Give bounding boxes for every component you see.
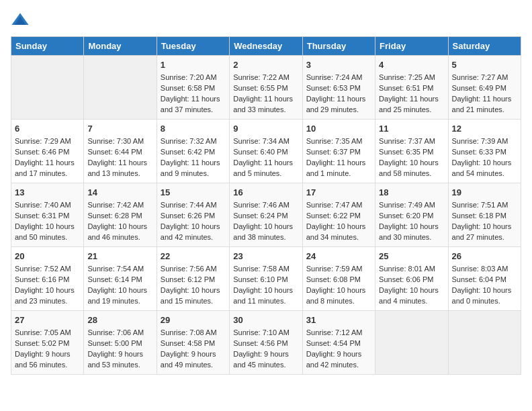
cell-day-number: 13 xyxy=(15,187,80,199)
cell-day-number: 2 xyxy=(233,59,298,71)
calendar-cell: 11Sunrise: 7:37 AM Sunset: 6:35 PM Dayli… xyxy=(375,119,448,183)
cell-info: Sunrise: 7:49 AM Sunset: 6:20 PM Dayligh… xyxy=(379,200,444,243)
calendar-cell: 7Sunrise: 7:30 AM Sunset: 6:44 PM Daylig… xyxy=(84,119,157,183)
cell-day-number: 4 xyxy=(379,59,444,71)
calendar-cell: 28Sunrise: 7:06 AM Sunset: 5:00 PM Dayli… xyxy=(84,310,157,374)
logo-icon xyxy=(11,11,30,30)
cell-info: Sunrise: 7:10 AM Sunset: 4:56 PM Dayligh… xyxy=(233,328,298,371)
cell-info: Sunrise: 7:39 AM Sunset: 6:33 PM Dayligh… xyxy=(452,136,517,179)
cell-day-number: 3 xyxy=(306,59,371,71)
cell-info: Sunrise: 7:25 AM Sunset: 6:51 PM Dayligh… xyxy=(379,73,444,116)
week-row-2: 6Sunrise: 7:29 AM Sunset: 6:46 PM Daylig… xyxy=(11,119,521,183)
cell-info: Sunrise: 7:37 AM Sunset: 6:35 PM Dayligh… xyxy=(379,136,444,179)
cell-info: Sunrise: 7:05 AM Sunset: 5:02 PM Dayligh… xyxy=(15,328,80,371)
week-row-4: 20Sunrise: 7:52 AM Sunset: 6:16 PM Dayli… xyxy=(11,246,521,310)
calendar-cell: 2Sunrise: 7:22 AM Sunset: 6:55 PM Daylig… xyxy=(230,56,302,120)
cell-day-number: 24 xyxy=(306,250,371,263)
calendar-cell: 16Sunrise: 7:46 AM Sunset: 6:24 PM Dayli… xyxy=(230,183,302,246)
cell-day-number: 21 xyxy=(87,250,152,263)
cell-day-number: 27 xyxy=(15,314,80,326)
cell-info: Sunrise: 7:44 AM Sunset: 6:26 PM Dayligh… xyxy=(161,200,226,243)
cell-info: Sunrise: 7:47 AM Sunset: 6:22 PM Dayligh… xyxy=(306,200,371,243)
cell-day-number: 23 xyxy=(233,250,298,263)
cell-info: Sunrise: 7:12 AM Sunset: 4:54 PM Dayligh… xyxy=(306,328,371,371)
cell-info: Sunrise: 7:22 AM Sunset: 6:55 PM Dayligh… xyxy=(233,73,298,116)
day-header-saturday: Saturday xyxy=(448,37,521,56)
cell-info: Sunrise: 7:27 AM Sunset: 6:49 PM Dayligh… xyxy=(452,73,517,116)
calendar-cell: 25Sunrise: 8:01 AM Sunset: 6:06 PM Dayli… xyxy=(375,246,448,310)
calendar-cell xyxy=(375,310,448,374)
calendar-cell: 12Sunrise: 7:39 AM Sunset: 6:33 PM Dayli… xyxy=(448,119,521,183)
calendar-cell: 22Sunrise: 7:56 AM Sunset: 6:12 PM Dayli… xyxy=(157,246,229,310)
cell-day-number: 12 xyxy=(452,123,517,135)
cell-info: Sunrise: 7:46 AM Sunset: 6:24 PM Dayligh… xyxy=(233,200,298,243)
cell-day-number: 31 xyxy=(306,314,371,326)
calendar-cell: 18Sunrise: 7:49 AM Sunset: 6:20 PM Dayli… xyxy=(375,183,448,246)
calendar-cell: 27Sunrise: 7:05 AM Sunset: 5:02 PM Dayli… xyxy=(11,310,84,374)
calendar-cell xyxy=(84,56,157,120)
cell-info: Sunrise: 7:35 AM Sunset: 6:37 PM Dayligh… xyxy=(306,136,371,179)
day-header-friday: Friday xyxy=(375,37,448,56)
cell-info: Sunrise: 7:24 AM Sunset: 6:53 PM Dayligh… xyxy=(306,73,371,116)
cell-info: Sunrise: 7:56 AM Sunset: 6:12 PM Dayligh… xyxy=(161,264,226,307)
calendar-cell: 23Sunrise: 7:58 AM Sunset: 6:10 PM Dayli… xyxy=(230,246,302,310)
calendar-cell: 20Sunrise: 7:52 AM Sunset: 6:16 PM Dayli… xyxy=(11,246,84,310)
header xyxy=(11,11,521,30)
cell-day-number: 11 xyxy=(379,123,444,135)
week-row-3: 13Sunrise: 7:40 AM Sunset: 6:31 PM Dayli… xyxy=(11,183,521,246)
cell-info: Sunrise: 7:20 AM Sunset: 6:58 PM Dayligh… xyxy=(161,73,226,116)
calendar-cell: 9Sunrise: 7:34 AM Sunset: 6:40 PM Daylig… xyxy=(230,119,302,183)
calendar-cell: 3Sunrise: 7:24 AM Sunset: 6:53 PM Daylig… xyxy=(302,56,375,120)
cell-day-number: 29 xyxy=(161,314,226,326)
cell-day-number: 7 xyxy=(87,123,152,135)
calendar-cell: 15Sunrise: 7:44 AM Sunset: 6:26 PM Dayli… xyxy=(157,183,229,246)
day-header-sunday: Sunday xyxy=(11,37,84,56)
calendar-cell: 19Sunrise: 7:51 AM Sunset: 6:18 PM Dayli… xyxy=(448,183,521,246)
calendar-cell: 26Sunrise: 8:03 AM Sunset: 6:04 PM Dayli… xyxy=(448,246,521,310)
day-header-thursday: Thursday xyxy=(302,37,375,56)
calendar-cell: 21Sunrise: 7:54 AM Sunset: 6:14 PM Dayli… xyxy=(84,246,157,310)
calendar-cell xyxy=(11,56,84,120)
cell-day-number: 28 xyxy=(87,314,152,326)
cell-info: Sunrise: 7:42 AM Sunset: 6:28 PM Dayligh… xyxy=(87,200,152,243)
cell-info: Sunrise: 8:03 AM Sunset: 6:04 PM Dayligh… xyxy=(452,264,517,307)
cell-day-number: 26 xyxy=(452,250,517,263)
logo xyxy=(11,11,32,30)
calendar-cell: 24Sunrise: 7:59 AM Sunset: 6:08 PM Dayli… xyxy=(302,246,375,310)
cell-day-number: 16 xyxy=(233,187,298,199)
cell-day-number: 15 xyxy=(161,187,226,199)
calendar-cell: 14Sunrise: 7:42 AM Sunset: 6:28 PM Dayli… xyxy=(84,183,157,246)
day-header-tuesday: Tuesday xyxy=(157,37,229,56)
cell-info: Sunrise: 7:32 AM Sunset: 6:42 PM Dayligh… xyxy=(161,136,226,179)
cell-info: Sunrise: 7:08 AM Sunset: 4:58 PM Dayligh… xyxy=(161,328,226,371)
cell-info: Sunrise: 7:06 AM Sunset: 5:00 PM Dayligh… xyxy=(87,328,152,371)
cell-day-number: 22 xyxy=(161,250,226,263)
calendar-cell: 30Sunrise: 7:10 AM Sunset: 4:56 PM Dayli… xyxy=(230,310,302,374)
cell-day-number: 5 xyxy=(452,59,517,71)
calendar-cell: 17Sunrise: 7:47 AM Sunset: 6:22 PM Dayli… xyxy=(302,183,375,246)
day-header-wednesday: Wednesday xyxy=(230,37,302,56)
calendar-cell: 5Sunrise: 7:27 AM Sunset: 6:49 PM Daylig… xyxy=(448,56,521,120)
cell-info: Sunrise: 7:51 AM Sunset: 6:18 PM Dayligh… xyxy=(452,200,517,243)
cell-day-number: 19 xyxy=(452,187,517,199)
cell-info: Sunrise: 8:01 AM Sunset: 6:06 PM Dayligh… xyxy=(379,264,444,307)
cell-info: Sunrise: 7:34 AM Sunset: 6:40 PM Dayligh… xyxy=(233,136,298,179)
cell-day-number: 8 xyxy=(161,123,226,135)
cell-day-number: 6 xyxy=(15,123,80,135)
calendar-cell: 1Sunrise: 7:20 AM Sunset: 6:58 PM Daylig… xyxy=(157,56,229,120)
cell-day-number: 9 xyxy=(233,123,298,135)
cell-day-number: 17 xyxy=(306,187,371,199)
calendar-cell: 4Sunrise: 7:25 AM Sunset: 6:51 PM Daylig… xyxy=(375,56,448,120)
calendar-cell: 8Sunrise: 7:32 AM Sunset: 6:42 PM Daylig… xyxy=(157,119,229,183)
calendar-table: SundayMondayTuesdayWednesdayThursdayFrid… xyxy=(11,36,521,375)
calendar-cell: 6Sunrise: 7:29 AM Sunset: 6:46 PM Daylig… xyxy=(11,119,84,183)
calendar-cell: 10Sunrise: 7:35 AM Sunset: 6:37 PM Dayli… xyxy=(302,119,375,183)
cell-info: Sunrise: 7:54 AM Sunset: 6:14 PM Dayligh… xyxy=(87,264,152,307)
cell-info: Sunrise: 7:52 AM Sunset: 6:16 PM Dayligh… xyxy=(15,264,80,307)
calendar-cell: 29Sunrise: 7:08 AM Sunset: 4:58 PM Dayli… xyxy=(157,310,229,374)
cell-day-number: 1 xyxy=(161,59,226,71)
cell-info: Sunrise: 7:59 AM Sunset: 6:08 PM Dayligh… xyxy=(306,264,371,307)
cell-info: Sunrise: 7:58 AM Sunset: 6:10 PM Dayligh… xyxy=(233,264,298,307)
calendar-cell xyxy=(448,310,521,374)
cell-info: Sunrise: 7:40 AM Sunset: 6:31 PM Dayligh… xyxy=(15,200,80,243)
